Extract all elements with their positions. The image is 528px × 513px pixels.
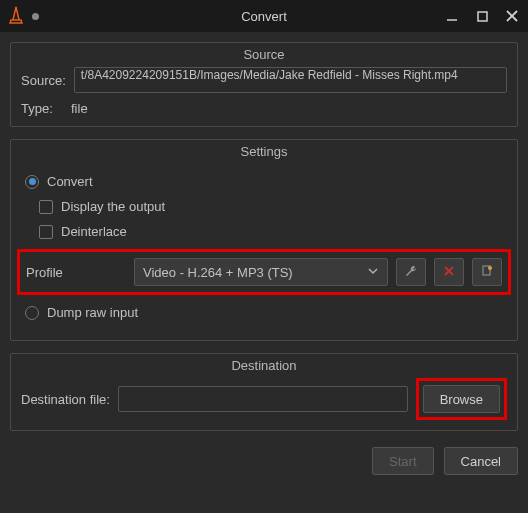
start-button[interactable]: Start (372, 447, 433, 475)
maximize-button[interactable] (474, 8, 490, 24)
source-group: Source Source: t/8A4209224209151B/Images… (10, 42, 518, 127)
type-value: file (71, 101, 88, 116)
status-dot (32, 13, 39, 20)
titlebar: Convert (0, 0, 528, 32)
browse-highlight: Browse (416, 378, 507, 420)
close-button[interactable] (504, 8, 520, 24)
new-file-icon (480, 264, 494, 281)
source-input[interactable]: t/8A4209224209151B/Images/Media/Jake Red… (74, 67, 507, 93)
svg-rect-1 (478, 12, 487, 21)
display-output-label: Display the output (61, 199, 165, 214)
deinterlace-checkbox[interactable]: Deinterlace (39, 224, 507, 239)
dump-radio[interactable]: Dump raw input (25, 305, 507, 320)
new-profile-button[interactable] (472, 258, 502, 286)
destination-group: Destination Destination file: Browse (10, 353, 518, 431)
minimize-button[interactable] (444, 8, 460, 24)
dump-radio-label: Dump raw input (47, 305, 138, 320)
convert-radio-label: Convert (47, 174, 93, 189)
vlc-icon (8, 6, 24, 27)
x-icon (443, 265, 455, 280)
delete-profile-button[interactable] (434, 258, 464, 286)
radio-icon (25, 306, 39, 320)
checkbox-icon (39, 200, 53, 214)
destination-file-input[interactable] (118, 386, 408, 412)
type-label: Type: (21, 101, 63, 116)
footer: Start Cancel (0, 443, 528, 485)
profile-row-highlight: Profile Video - H.264 + MP3 (TS) (17, 249, 511, 295)
source-label: Source: (21, 73, 66, 88)
convert-radio[interactable]: Convert (25, 174, 507, 189)
display-output-checkbox[interactable]: Display the output (39, 199, 507, 214)
edit-profile-button[interactable] (396, 258, 426, 286)
settings-group: Settings Convert Display the output Dein… (10, 139, 518, 341)
settings-group-title: Settings (11, 144, 517, 159)
browse-button[interactable]: Browse (423, 385, 500, 413)
cancel-button[interactable]: Cancel (444, 447, 518, 475)
profile-label: Profile (26, 265, 126, 280)
profile-select[interactable]: Video - H.264 + MP3 (TS) (134, 258, 388, 286)
source-group-title: Source (11, 47, 517, 62)
wrench-icon (404, 264, 418, 281)
destination-file-label: Destination file: (21, 392, 110, 407)
svg-point-7 (488, 266, 492, 270)
deinterlace-label: Deinterlace (61, 224, 127, 239)
chevron-down-icon (367, 265, 379, 280)
checkbox-icon (39, 225, 53, 239)
radio-icon (25, 175, 39, 189)
profile-value: Video - H.264 + MP3 (TS) (143, 265, 293, 280)
destination-group-title: Destination (11, 358, 517, 373)
